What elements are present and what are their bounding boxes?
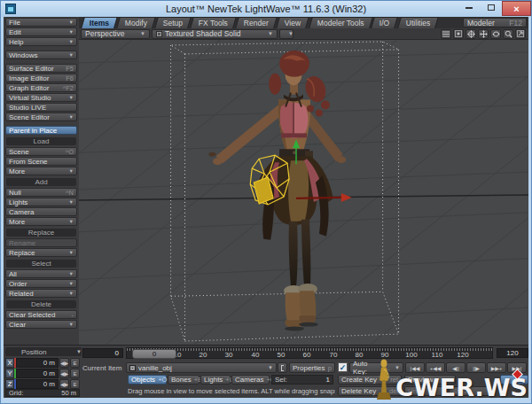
tab-io[interactable]: I/O [371, 17, 398, 28]
tab-setup[interactable]: Setup [154, 17, 192, 28]
viewport-menu-icon[interactable] [441, 29, 451, 39]
character-boots [284, 284, 318, 331]
frame-end-field[interactable]: 120 [497, 348, 528, 358]
zoom-view-icon[interactable] [503, 29, 513, 39]
clear-selected-button[interactable]: Clear Selected- [5, 310, 77, 319]
item-list-button[interactable] [278, 362, 287, 373]
surface-editor-button[interactable]: Surface EditorF5 [5, 64, 77, 73]
viewport-toolbar: Perspective Textured Shaded Solid [79, 28, 528, 40]
select-order-dropdown[interactable]: Order [5, 279, 77, 288]
z-envelope-button[interactable]: E [70, 379, 80, 389]
timeline-tick-label: 80 [356, 351, 364, 359]
check-icon: ✓ [340, 363, 347, 372]
sidebar: File Edit Help Windows Surface EditorF5 … [4, 17, 79, 345]
current-item-dropdown[interactable]: vanille_obj [126, 362, 277, 373]
maximize-icon [488, 4, 495, 11]
select-related-dropdown[interactable]: Related [5, 289, 77, 298]
add-more-dropdown[interactable]: More [5, 217, 77, 226]
pan-view-icon[interactable] [478, 29, 489, 39]
scene-editor-button[interactable]: Scene Editor [5, 113, 77, 121]
edit-menu[interactable]: Edit [5, 27, 77, 36]
studio-live-button[interactable]: Studio LIVE [5, 103, 77, 112]
auto-key-dropdown[interactable]: Auto Key:‥ [349, 362, 403, 373]
z-position-field[interactable]: 0 m [16, 379, 59, 389]
previous-key-button[interactable]: +◀◀ [426, 362, 445, 373]
shading-mode-dropdown[interactable]: Textured Shaded Solid [152, 29, 278, 39]
timeline-tick-label: 20 [200, 351, 207, 359]
play-reverse-button[interactable]: ◀|| [446, 362, 466, 373]
delete-key-button[interactable]: Delete Keydel [338, 386, 402, 396]
undo-button[interactable]: Undo [404, 386, 445, 396]
load-scene-button[interactable]: Scene^O [5, 147, 77, 156]
go-to-end-button[interactable]: ▶▶| [507, 362, 527, 373]
tab-modify[interactable]: Modify [116, 17, 156, 28]
shading-options-dropdown[interactable] [279, 29, 293, 39]
objects-mode-button[interactable]: Objects+O [128, 375, 167, 385]
file-menu[interactable]: File [5, 18, 77, 27]
step-button[interactable]: Step [449, 386, 489, 396]
next-key-button[interactable]: ▶▶+ [487, 362, 506, 373]
close-button[interactable]: × [502, 1, 531, 16]
cameras-mode-button[interactable]: Cameras+C [231, 375, 270, 385]
clear-dropdown[interactable]: Clear [5, 320, 77, 329]
load-from-scene-button[interactable]: From Scene [5, 157, 77, 166]
select-all-dropdown[interactable]: All [5, 269, 77, 278]
y-position-field[interactable]: 0 m [16, 369, 59, 378]
title-bar: Layout™ NewTek LightWave™ 11.6.3 (Win32) [1, 1, 531, 17]
position-y-row: Y 0 m ◀▶ E [5, 369, 80, 378]
z-axis-badge: Z [5, 379, 14, 389]
timeline-tick-label: 90 [381, 351, 389, 359]
lights-mode-button[interactable]: Lights+L [200, 375, 231, 385]
tab-modeler-tools[interactable]: Modeler Tools [309, 17, 372, 28]
properties-button[interactable]: Properties p [289, 362, 335, 373]
play-forward-button[interactable]: ||▶ [466, 362, 486, 373]
modeler-button[interactable]: Modeler F12 [463, 18, 527, 27]
x-envelope-button[interactable]: E [70, 358, 80, 368]
center-item-icon[interactable] [453, 29, 464, 39]
z-spinner[interactable]: ◀▶ [59, 379, 69, 389]
create-key-button[interactable]: Create Keyret [338, 375, 402, 385]
go-to-start-button[interactable]: |◀◀ [405, 362, 425, 373]
tab-bar: Items Modify Setup FX Tools Render View … [79, 17, 528, 28]
add-camera-button[interactable]: Camera [5, 207, 77, 216]
y-spinner[interactable]: ◀▶ [59, 369, 69, 378]
delete-section-header: Delete [6, 300, 76, 308]
minimize-button[interactable] [458, 1, 480, 14]
position-channel-selector[interactable]: Position [5, 347, 82, 356]
replace-dropdown[interactable]: Replace [5, 248, 77, 257]
graph-editor-button[interactable]: Graph Editor^F2 [5, 83, 77, 92]
maximize-button[interactable] [480, 1, 502, 14]
add-lights-dropdown[interactable]: Lights [5, 198, 77, 206]
center-view-icon[interactable] [466, 29, 476, 39]
tab-view[interactable]: View [276, 17, 309, 28]
grid-size-field: Grid: 50 m [5, 389, 80, 397]
x-spinner[interactable]: ◀▶ [59, 358, 69, 368]
frame-start-field[interactable]: 0 [82, 348, 123, 358]
help-menu[interactable]: Help [5, 37, 77, 46]
character-model[interactable] [208, 50, 346, 331]
timeline-tick-label: 50 [278, 351, 286, 359]
rotate-view-icon[interactable] [490, 29, 501, 39]
view-mode-dropdown[interactable]: Perspective [81, 29, 150, 39]
preview-dropdown[interactable]: Preview [404, 375, 456, 385]
tab-utilities[interactable]: Utilities [397, 17, 439, 28]
auto-key-checkbox[interactable]: ✓ [338, 362, 348, 372]
parent-in-place-button[interactable]: Parent in Place [5, 126, 77, 135]
viewport-nav-icons [441, 29, 528, 39]
tab-fx-tools[interactable]: FX Tools [191, 17, 238, 28]
timeline-ruler[interactable]: 10 20 30 40 50 60 70 80 90 100 110 120 0 [126, 347, 493, 359]
virtual-studio-button[interactable]: Virtual Studio [5, 93, 77, 102]
timeline-scrubber-handle[interactable]: 0 [132, 349, 176, 359]
tab-items[interactable]: Items [81, 17, 118, 28]
maximize-viewport-icon[interactable] [515, 29, 526, 39]
viewport-3d[interactable] [79, 40, 528, 345]
tab-render[interactable]: Render [236, 17, 278, 28]
load-more-dropdown[interactable]: More [5, 167, 77, 175]
x-position-field[interactable]: 0 m [16, 358, 59, 368]
y-envelope-button[interactable]: E [70, 369, 80, 378]
image-editor-button[interactable]: Image EditorF6 [5, 74, 77, 82]
add-null-button[interactable]: Null^N [5, 188, 77, 197]
windows-menu[interactable]: Windows [5, 50, 77, 59]
bones-mode-button[interactable]: Bones+B [168, 375, 200, 385]
highlighted-button[interactable] [500, 375, 528, 385]
